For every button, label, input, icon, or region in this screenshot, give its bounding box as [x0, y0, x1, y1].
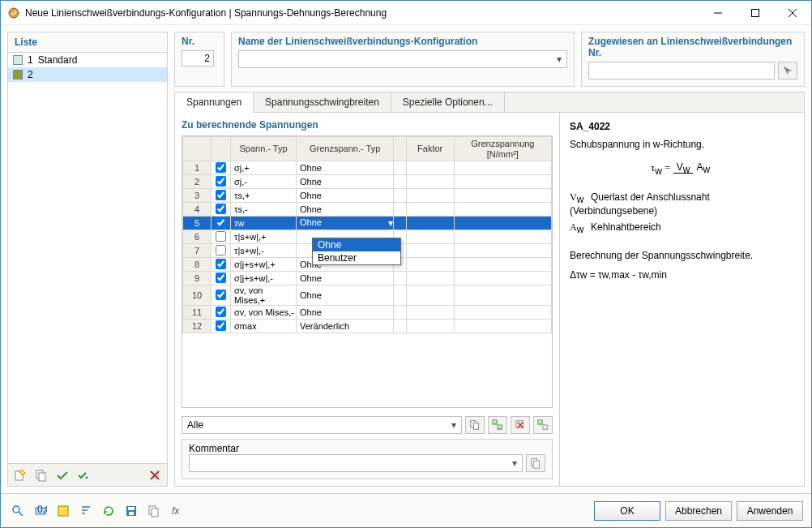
- section-title: Zu berechnende Spannungen: [182, 119, 553, 131]
- comment-label: Kommentar: [189, 443, 545, 454]
- foot-fx-button[interactable]: fx: [168, 502, 186, 520]
- col-faktor: Faktor: [406, 137, 454, 161]
- row-checkbox[interactable]: [216, 320, 226, 331]
- table-row[interactable]: 10σv, von Mises,+Ohne: [183, 285, 552, 306]
- nr-input[interactable]: [182, 50, 214, 67]
- name-combo[interactable]: ▾: [238, 50, 567, 68]
- color-swatch: [13, 55, 23, 65]
- row-checkbox[interactable]: [216, 162, 226, 173]
- window-title: Neue Linienschweißverbindungs-Konfigurat…: [25, 7, 699, 19]
- foot-refresh-button[interactable]: [100, 502, 118, 520]
- info-code: SA_4022: [570, 121, 794, 132]
- minimize-button[interactable]: [699, 1, 737, 25]
- foot-search-button[interactable]: [9, 502, 27, 520]
- info-calc: Berechnung der Spannungsschwingbreite.: [570, 250, 794, 261]
- table-row[interactable]: 12σmaxVeränderlich: [183, 320, 552, 333]
- app-icon: [7, 6, 20, 19]
- row-checkbox[interactable]: [216, 176, 226, 187]
- table-row[interactable]: 1σj,+Ohne: [183, 161, 552, 175]
- chevron-down-icon[interactable]: ▾: [447, 419, 461, 431]
- table-row[interactable]: 5τwOhne ▾: [183, 217, 552, 230]
- ok-button[interactable]: OK: [594, 501, 660, 521]
- table-row[interactable]: 3τs,+Ohne: [183, 189, 552, 203]
- gridtool-uncheck-button[interactable]: [511, 416, 530, 434]
- dropdown-option[interactable]: Benutzer: [313, 251, 400, 264]
- filter-combo[interactable]: Alle ▾: [182, 416, 462, 434]
- config-list[interactable]: 1 Standard 2: [8, 53, 167, 463]
- comment-combo[interactable]: ▾: [189, 454, 523, 472]
- assign-input[interactable]: [588, 62, 775, 79]
- info-formula: τw = VwAw: [570, 161, 794, 177]
- info-delta: Δτw = τw,max - τw,min: [570, 269, 794, 281]
- gridtool-check-all-button[interactable]: [488, 416, 507, 434]
- check-arrow-button[interactable]: [75, 466, 92, 484]
- svg-point-14: [13, 506, 19, 513]
- table-row[interactable]: 11σv, von Mises,-Ohne: [183, 306, 552, 320]
- table-row[interactable]: 4τs,-Ohne: [183, 203, 552, 217]
- table-row[interactable]: 9σ|j+s+w|,-Ohne: [183, 272, 552, 285]
- row-checkbox[interactable]: [216, 190, 226, 200]
- cancel-button[interactable]: Abbrechen: [665, 501, 732, 521]
- foot-copy-button[interactable]: [145, 502, 163, 520]
- chevron-down-icon[interactable]: ▾: [507, 457, 522, 469]
- col-grenzspan: Grenzspannung [N/mm²]: [454, 137, 551, 161]
- foot-sort-button[interactable]: [77, 502, 95, 520]
- dropdown-option[interactable]: Ohne: [313, 238, 400, 251]
- gridtool-toggle-button[interactable]: [533, 416, 553, 434]
- row-checkbox[interactable]: [216, 273, 226, 283]
- list-item[interactable]: 1 Standard: [8, 53, 167, 67]
- row-checkbox[interactable]: [216, 217, 226, 228]
- pick-button[interactable]: [778, 62, 797, 79]
- col-spanntyp: Spann.- Typ: [231, 137, 297, 161]
- svg-text:0,00: 0,00: [37, 504, 47, 515]
- row-checkbox[interactable]: [216, 204, 226, 214]
- foot-save-button[interactable]: [122, 502, 140, 520]
- maximize-button[interactable]: [737, 1, 774, 25]
- apply-button[interactable]: Anwenden: [737, 501, 803, 521]
- col-grenztyp: Grenzspann.- Typ: [297, 137, 394, 161]
- delete-button[interactable]: [146, 466, 164, 484]
- grenztyp-dropdown[interactable]: Ohne Benutzer: [312, 238, 401, 265]
- nr-label: Nr.: [182, 36, 217, 50]
- close-button[interactable]: [774, 1, 811, 25]
- tab-schwingbreiten[interactable]: Spannungsschwingbreiten: [254, 92, 391, 112]
- row-checkbox[interactable]: [216, 245, 226, 255]
- chevron-down-icon[interactable]: ▾: [552, 54, 566, 65]
- comment-save-button[interactable]: [526, 454, 545, 472]
- color-swatch: [13, 70, 23, 79]
- svg-rect-17: [58, 506, 68, 516]
- assign-label: Zugewiesen an Linienschweißverbindungen …: [588, 36, 797, 62]
- svg-rect-6: [473, 423, 478, 429]
- row-checkbox[interactable]: [216, 259, 226, 269]
- svg-rect-11: [543, 425, 547, 429]
- row-checkbox[interactable]: [216, 290, 226, 300]
- list-header: Liste: [8, 32, 167, 53]
- foot-color-button[interactable]: [54, 502, 72, 520]
- svg-rect-13: [533, 461, 539, 468]
- copy-button[interactable]: [32, 466, 50, 484]
- row-checkbox[interactable]: [216, 231, 226, 242]
- svg-rect-4: [39, 473, 45, 481]
- svg-rect-19: [128, 507, 135, 510]
- stress-grid[interactable]: Spann.- Typ Grenzspann.- Typ Faktor Gren…: [182, 135, 553, 408]
- info-desc: Schubspannung in w-Richtung.: [570, 139, 794, 150]
- svg-rect-20: [129, 512, 134, 515]
- row-checkbox[interactable]: [216, 307, 226, 317]
- svg-rect-1: [752, 9, 759, 16]
- svg-rect-22: [152, 509, 158, 517]
- tab-spezielle[interactable]: Spezielle Optionen...: [391, 92, 505, 112]
- name-label: Name der Linienschweißverbindungs-Konfig…: [238, 36, 567, 50]
- svg-text:fx: fx: [172, 505, 180, 517]
- list-item[interactable]: 2: [8, 67, 167, 82]
- table-row[interactable]: 2σj,-Ohne: [183, 175, 552, 189]
- tab-spannungen[interactable]: Spannungen: [175, 92, 254, 113]
- check-green-button[interactable]: [53, 466, 71, 484]
- gridtool-copy-button[interactable]: [465, 416, 485, 434]
- foot-units-button[interactable]: 0,00: [32, 502, 49, 520]
- new-button[interactable]: [11, 466, 29, 484]
